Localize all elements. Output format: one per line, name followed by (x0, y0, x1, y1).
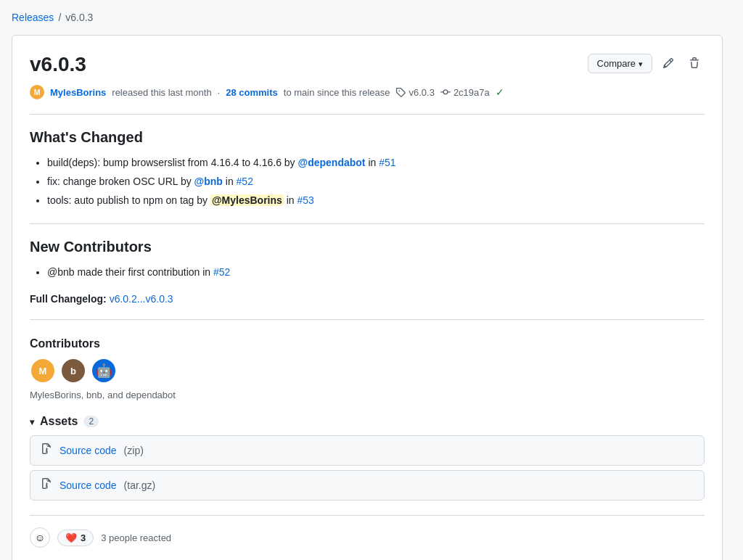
trash-icon (689, 57, 700, 69)
changelog-item-2: fix: change broken OSC URL by @bnb in #5… (47, 173, 705, 191)
edit-button[interactable] (658, 53, 678, 73)
commit-badge: 2c19a7a (440, 87, 490, 98)
tag-badge: v6.0.3 (395, 87, 434, 98)
tag-label: v6.0.3 (409, 87, 434, 98)
chevron-down-icon (639, 58, 643, 69)
release-header: v6.0.3 Compare (30, 53, 705, 76)
verified-icon: ✓ (496, 86, 504, 98)
divider-1 (30, 114, 705, 115)
mention-mylesborins-highlight: @MylesBorins (210, 194, 284, 206)
contributor-avatar-dependabot[interactable]: 🤖 (91, 358, 117, 384)
contributor-avatar-mylesborins[interactable]: M (30, 358, 56, 384)
delete-button[interactable] (684, 53, 705, 73)
changelog-item-2-text-before: fix: change broken OSC URL by (47, 176, 194, 187)
releases-link[interactable]: Releases (12, 12, 54, 23)
divider-3 (30, 319, 705, 320)
commit-hash: 2c19a7a (453, 87, 490, 98)
compare-button[interactable]: Compare (588, 54, 652, 73)
mention-dependabot[interactable]: @dependabot (298, 157, 366, 168)
file-zip-icon (41, 443, 52, 458)
new-contributor-pr-52[interactable]: #52 (213, 266, 230, 278)
heart-emoji: ❤️ (65, 532, 77, 543)
add-reaction-button[interactable]: ☺ (30, 527, 50, 548)
compare-label: Compare (597, 58, 636, 69)
assets-header[interactable]: Assets 2 (30, 415, 705, 428)
file-targz-icon (41, 478, 52, 493)
changelog-item-3-text-before: tools: auto publish to npm on tag by (47, 194, 210, 206)
asset-link-targz[interactable]: Source code (59, 479, 117, 491)
heart-reaction-badge[interactable]: ❤️ 3 (57, 530, 94, 546)
contributor-avatar-bnb[interactable]: b (60, 358, 86, 384)
reactions-text: 3 people reacted (101, 532, 171, 543)
pencil-icon (662, 57, 674, 69)
release-card: v6.0.3 Compare M MylesBorins released th… (12, 35, 723, 560)
breadcrumb: Releases / v6.0.3 (12, 12, 731, 23)
new-contributors-title: New Contributors (30, 239, 705, 255)
tag-icon (395, 87, 406, 97)
release-title: v6.0.3 (30, 53, 86, 76)
commits-suffix: to main since this release (284, 87, 390, 98)
release-actions: Compare (588, 53, 705, 73)
asset-item-zip: Source code (zip) (30, 435, 705, 466)
breadcrumb-current: v6.0.3 (65, 12, 93, 23)
divider-2 (30, 223, 705, 224)
author-link[interactable]: MylesBorins (50, 87, 106, 98)
full-changelog-link[interactable]: v6.0.2...v6.0.3 (110, 293, 173, 305)
pr-link-51[interactable]: #51 (379, 157, 395, 168)
new-contributor-item-1: @bnb made their first contribution in #5… (47, 264, 705, 281)
released-text: released this last month (112, 87, 211, 98)
contributors-names: MylesBorins, bnb, and dependabot (30, 390, 705, 400)
contributors-avatars: M b 🤖 (30, 358, 705, 384)
author-avatar: M (30, 85, 44, 99)
mention-bnb[interactable]: @bnb (194, 176, 223, 187)
reaction-count: 3 (81, 532, 86, 543)
breadcrumb-separator: / (58, 12, 61, 23)
contributors-title: Contributors (30, 337, 705, 350)
contributors-section: Contributors M b 🤖 MylesBorins, bnb, and… (30, 337, 705, 400)
triangle-down-icon (30, 415, 34, 428)
assets-section: Assets 2 Source code (zip) Source code (… (30, 415, 705, 501)
new-contributors-list: @bnb made their first contribution in #5… (30, 264, 705, 281)
reactions-bar: ☺ ❤️ 3 3 people reacted (30, 515, 705, 548)
pr-link-53[interactable]: #53 (297, 194, 314, 206)
release-meta: M MylesBorins released this last month ·… (30, 85, 705, 99)
asset-type-targz: (tar.gz) (124, 479, 156, 491)
assets-title: Assets (40, 415, 78, 428)
assets-count: 2 (83, 416, 99, 427)
full-changelog: Full Changelog: v6.0.2...v6.0.3 (30, 293, 705, 305)
pr-link-52[interactable]: #52 (237, 176, 253, 187)
asset-type-zip: (zip) (124, 445, 144, 456)
changelog-item-1-text-before: build(deps): bump browserslist from 4.16… (47, 157, 298, 168)
changelog-item-3: tools: auto publish to npm on tag by @My… (47, 192, 705, 210)
commits-link[interactable]: 28 commits (226, 87, 278, 98)
whats-changed-title: What's Changed (30, 129, 705, 146)
changelog-list: build(deps): bump browserslist from 4.16… (30, 155, 705, 209)
changelog-item-1: build(deps): bump browserslist from 4.16… (47, 155, 705, 172)
commit-icon (440, 87, 451, 97)
asset-link-zip[interactable]: Source code (59, 445, 117, 456)
asset-item-targz: Source code (tar.gz) (30, 470, 705, 501)
full-changelog-label: Full Changelog: (30, 293, 107, 305)
meta-dot: · (218, 87, 221, 98)
mention-mylesborins[interactable]: @MylesBorins (212, 194, 282, 206)
